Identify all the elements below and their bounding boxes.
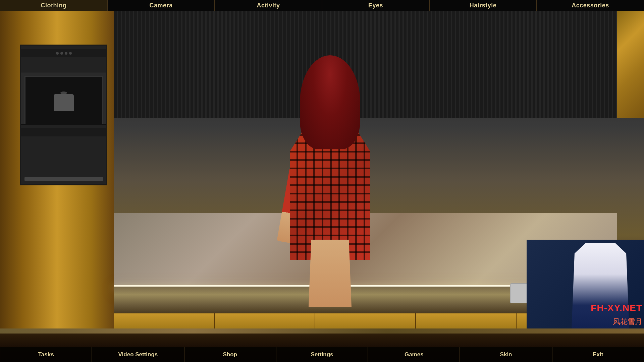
game-container: FH-XY.NET 风花雪月 ClothingCameraActivityEye…	[0, 0, 644, 362]
oven-handle	[24, 177, 103, 181]
oven-dot	[69, 52, 72, 55]
oven-top	[21, 46, 106, 72]
foreground-counter	[0, 328, 644, 347]
wood-left-panel	[0, 11, 114, 347]
upper-cabinets	[114, 11, 644, 118]
oven-bottom	[21, 124, 106, 184]
character-body	[290, 132, 370, 327]
tab-activity[interactable]: Activity	[215, 0, 322, 11]
bottom-tab-settings[interactable]: Settings	[276, 347, 368, 362]
tab-camera[interactable]: Camera	[107, 0, 215, 11]
oven-control-dots	[56, 52, 72, 55]
tab-hairstyle[interactable]: Hairstyle	[429, 0, 537, 11]
bottom-tab-skin[interactable]: Skin	[460, 347, 552, 362]
bottom-tab-shop[interactable]: Shop	[184, 347, 276, 362]
oven-controls-top	[21, 49, 106, 57]
oven-dot	[60, 52, 63, 55]
oven-bottom-controls	[21, 128, 106, 136]
tab-accessories[interactable]: Accessories	[537, 0, 644, 11]
bottom-tab-video-settings[interactable]: Video Settings	[92, 347, 184, 362]
tab-clothing[interactable]: Clothing	[0, 0, 107, 11]
bottom-tab-tasks[interactable]: Tasks	[0, 347, 92, 362]
top-navigation: ClothingCameraActivityEyesHairstyleAcces…	[0, 0, 644, 11]
oven-unit	[20, 45, 107, 185]
counter-surface	[0, 328, 644, 334]
tab-eyes[interactable]: Eyes	[322, 0, 429, 11]
oven-window	[24, 76, 103, 129]
oven-dot	[65, 52, 67, 55]
cabinet-slats	[114, 11, 644, 118]
wood-right-panel	[617, 11, 644, 118]
bottom-navigation: TasksVideo SettingsShopSettingsGamesSkin…	[0, 347, 644, 362]
bottom-tab-exit[interactable]: Exit	[552, 347, 644, 362]
watermark-chinese: 风花雪月	[613, 317, 642, 327]
oven-pot	[54, 94, 74, 111]
watermark-site: FH-XY.NET	[591, 303, 642, 313]
character-legs	[303, 240, 357, 307]
oven-dot	[56, 52, 59, 55]
bottom-tab-games[interactable]: Games	[368, 347, 460, 362]
character-hair	[300, 55, 360, 149]
